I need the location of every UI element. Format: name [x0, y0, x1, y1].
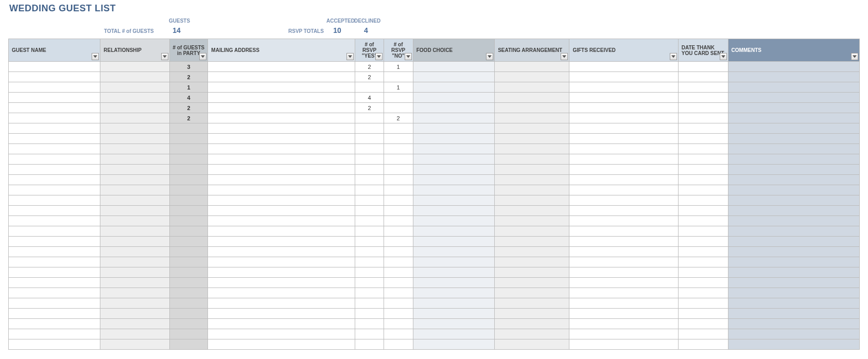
cell-food[interactable]	[413, 267, 494, 278]
cell-comment[interactable]	[728, 206, 859, 216]
cell-thank[interactable]	[678, 134, 728, 144]
cell-no[interactable]: 1	[384, 62, 413, 72]
cell-comment[interactable]	[728, 309, 859, 319]
cell-mail[interactable]	[208, 288, 355, 298]
cell-comment[interactable]	[728, 185, 859, 195]
cell-no[interactable]: 2	[384, 113, 413, 123]
cell-gift[interactable]	[569, 267, 678, 278]
cell-party[interactable]	[169, 123, 208, 134]
cell-thank[interactable]	[678, 113, 728, 123]
cell-no[interactable]	[384, 134, 413, 144]
cell-guest_name[interactable]	[9, 257, 100, 267]
cell-no[interactable]	[384, 195, 413, 206]
filter-button[interactable]	[670, 53, 677, 60]
cell-thank[interactable]	[678, 278, 728, 288]
cell-guest_name[interactable]	[9, 144, 100, 154]
cell-relationship[interactable]	[100, 226, 169, 237]
cell-gift[interactable]	[569, 82, 678, 93]
cell-food[interactable]	[413, 319, 494, 329]
cell-comment[interactable]	[728, 267, 859, 278]
cell-party[interactable]	[169, 226, 208, 237]
cell-relationship[interactable]	[100, 165, 169, 175]
cell-guest_name[interactable]	[9, 195, 100, 206]
cell-relationship[interactable]	[100, 206, 169, 216]
cell-food[interactable]	[413, 278, 494, 288]
cell-guest_name[interactable]	[9, 298, 100, 309]
cell-relationship[interactable]	[100, 329, 169, 339]
cell-thank[interactable]	[678, 298, 728, 309]
cell-party[interactable]: 2	[169, 113, 208, 123]
cell-mail[interactable]	[208, 267, 355, 278]
cell-mail[interactable]	[208, 185, 355, 195]
cell-mail[interactable]	[208, 144, 355, 154]
cell-seat[interactable]	[495, 216, 569, 226]
cell-gift[interactable]	[569, 247, 678, 257]
cell-thank[interactable]	[678, 319, 728, 329]
cell-yes[interactable]: 4	[355, 93, 384, 103]
cell-relationship[interactable]	[100, 257, 169, 267]
cell-no[interactable]	[384, 257, 413, 267]
cell-thank[interactable]	[678, 309, 728, 319]
cell-comment[interactable]	[728, 82, 859, 93]
cell-no[interactable]	[384, 206, 413, 216]
cell-seat[interactable]	[495, 257, 569, 267]
cell-relationship[interactable]	[100, 267, 169, 278]
header-guest-name[interactable]: GUEST NAME	[9, 39, 100, 62]
cell-guest_name[interactable]	[9, 72, 100, 82]
filter-button[interactable]	[161, 53, 168, 60]
cell-party[interactable]	[169, 267, 208, 278]
cell-guest_name[interactable]	[9, 267, 100, 278]
cell-guest_name[interactable]	[9, 216, 100, 226]
cell-guest_name[interactable]	[9, 247, 100, 257]
cell-gift[interactable]	[569, 103, 678, 113]
cell-no[interactable]	[384, 165, 413, 175]
cell-mail[interactable]	[208, 257, 355, 267]
cell-mail[interactable]	[208, 278, 355, 288]
cell-guest_name[interactable]	[9, 154, 100, 165]
cell-relationship[interactable]	[100, 278, 169, 288]
cell-yes[interactable]	[355, 298, 384, 309]
cell-gift[interactable]	[569, 134, 678, 144]
cell-thank[interactable]	[678, 82, 728, 93]
cell-seat[interactable]	[495, 226, 569, 237]
cell-thank[interactable]	[678, 93, 728, 103]
cell-mail[interactable]	[208, 72, 355, 82]
cell-food[interactable]	[413, 103, 494, 113]
cell-seat[interactable]	[495, 165, 569, 175]
cell-yes[interactable]	[355, 319, 384, 329]
cell-guest_name[interactable]	[9, 93, 100, 103]
cell-relationship[interactable]	[100, 195, 169, 206]
cell-no[interactable]: 1	[384, 82, 413, 93]
cell-yes[interactable]	[355, 216, 384, 226]
cell-mail[interactable]	[208, 113, 355, 123]
cell-gift[interactable]	[569, 113, 678, 123]
cell-party[interactable]	[169, 144, 208, 154]
cell-no[interactable]	[384, 278, 413, 288]
cell-party[interactable]	[169, 185, 208, 195]
cell-food[interactable]	[413, 206, 494, 216]
cell-no[interactable]	[384, 237, 413, 247]
cell-party[interactable]	[169, 309, 208, 319]
cell-relationship[interactable]	[100, 298, 169, 309]
cell-food[interactable]	[413, 247, 494, 257]
cell-gift[interactable]	[569, 185, 678, 195]
cell-thank[interactable]	[678, 72, 728, 82]
cell-comment[interactable]	[728, 278, 859, 288]
cell-thank[interactable]	[678, 154, 728, 165]
cell-no[interactable]	[384, 267, 413, 278]
cell-guest_name[interactable]	[9, 319, 100, 329]
cell-gift[interactable]	[569, 319, 678, 329]
cell-food[interactable]	[413, 339, 494, 350]
cell-relationship[interactable]	[100, 288, 169, 298]
cell-thank[interactable]	[678, 237, 728, 247]
cell-thank[interactable]	[678, 339, 728, 350]
cell-party[interactable]	[169, 257, 208, 267]
header-rsvp-yes[interactable]: # of RSVP "YES"	[355, 39, 384, 62]
cell-mail[interactable]	[208, 195, 355, 206]
header-thank-you[interactable]: DATE THANK YOU CARD SENT	[678, 39, 728, 62]
cell-no[interactable]	[384, 226, 413, 237]
cell-gift[interactable]	[569, 309, 678, 319]
cell-food[interactable]	[413, 134, 494, 144]
cell-relationship[interactable]	[100, 175, 169, 185]
cell-party[interactable]: 3	[169, 62, 208, 72]
